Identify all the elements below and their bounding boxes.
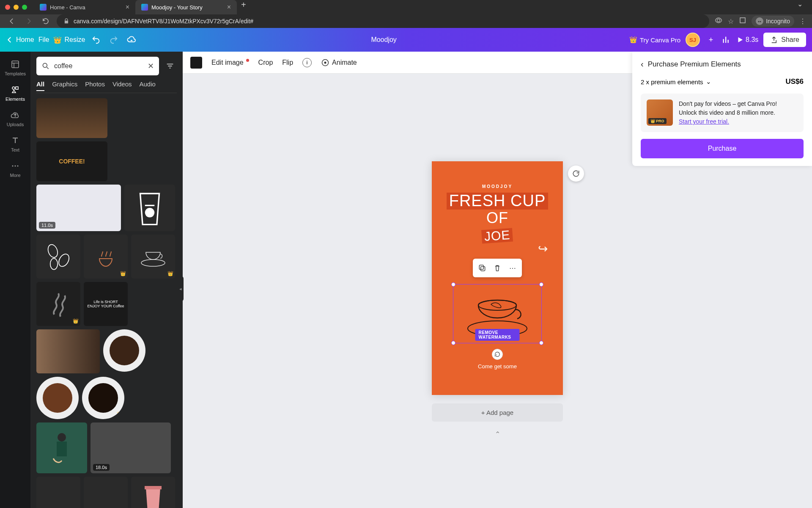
- insights-button[interactable]: [722, 35, 731, 44]
- result-steam-graphic[interactable]: 👑: [36, 282, 80, 326]
- arrow-graphic[interactable]: ↪: [538, 242, 548, 256]
- brand-text[interactable]: MOODJOY: [432, 184, 563, 189]
- try-canva-pro-button[interactable]: 👑 Try Canva Pro: [629, 36, 680, 44]
- extensions-icon[interactable]: [739, 17, 746, 26]
- url-field[interactable]: canva.com/design/DAFNVetRTV8/J1WoMZtkPXc…: [57, 14, 709, 28]
- expand-pages-button[interactable]: ⌃: [495, 430, 500, 438]
- rail-more[interactable]: More: [2, 157, 29, 181]
- tab-title: Home - Canva: [50, 4, 85, 11]
- result-cup-saucer-sketch[interactable]: 👑: [131, 235, 175, 279]
- result-latte-art-photo[interactable]: [36, 98, 107, 138]
- tab-graphics[interactable]: Graphics: [52, 80, 77, 91]
- rail-label: Text: [11, 147, 19, 152]
- result-beans-outline-dark[interactable]: [36, 477, 80, 508]
- search-input[interactable]: [54, 62, 143, 70]
- share-button[interactable]: Share: [763, 33, 806, 47]
- elements-search-field[interactable]: ✕: [36, 57, 159, 75]
- design-page[interactable]: MOODJOY FRESH CUP OF JOE ↪: [432, 161, 563, 395]
- svg-rect-16: [145, 486, 162, 489]
- reload-button[interactable]: [40, 15, 52, 27]
- svg-point-0: [758, 21, 760, 22]
- browser-menu-button[interactable]: ⋮: [799, 17, 806, 25]
- result-life-short-coffee-quote[interactable]: Life is SHORT ENJOY YOUR Coffee: [84, 282, 128, 326]
- tab-videos[interactable]: Videos: [112, 80, 132, 91]
- forward-button[interactable]: [23, 15, 35, 27]
- result-coffee-beans-outline[interactable]: [36, 235, 80, 279]
- back-button[interactable]: [6, 15, 18, 27]
- browser-address-bar: canva.com/design/DAFNVetRTV8/J1WoMZtkPXc…: [0, 14, 812, 28]
- user-avatar[interactable]: SJ: [686, 33, 700, 47]
- animate-button[interactable]: Animate: [321, 58, 357, 67]
- remove-watermarks-button[interactable]: REMOVE WATERMARKS: [475, 329, 520, 341]
- crop-button[interactable]: Crop: [258, 59, 273, 66]
- rail-text[interactable]: Text: [2, 132, 29, 156]
- purchase-premium-panel: ‹ Purchase Premium Elements 2 x premium …: [632, 52, 812, 166]
- result-espresso-machine-video[interactable]: 18.0s: [91, 422, 171, 473]
- browser-tab-home-canva[interactable]: Home - Canva ×: [34, 0, 135, 14]
- rail-elements[interactable]: Elements: [2, 81, 29, 105]
- search-filters-button[interactable]: [163, 59, 177, 73]
- result-beans-in-cup-top[interactable]: [103, 329, 145, 372]
- undo-button[interactable]: [89, 33, 103, 47]
- new-tab-button[interactable]: +: [237, 0, 250, 14]
- duplicate-button[interactable]: [475, 261, 489, 275]
- home-label: Home: [16, 36, 34, 44]
- minimize-window-button[interactable]: [14, 5, 19, 10]
- eye-icon[interactable]: [714, 16, 723, 26]
- tab-all[interactable]: All: [36, 80, 44, 91]
- result-pink-takeaway-cup[interactable]: [131, 477, 175, 508]
- tab-audio[interactable]: Audio: [140, 80, 156, 91]
- share-icon: [770, 36, 778, 44]
- selected-coffee-element[interactable]: REMOVE WATERMARKS ⋯: [453, 284, 542, 343]
- add-collaborator-button[interactable]: +: [705, 34, 717, 46]
- headline-text[interactable]: FRESH CUP OF JOE: [432, 193, 563, 243]
- result-cup-outline-dark[interactable]: [84, 477, 128, 508]
- result-takeaway-cup-outline[interactable]: [124, 185, 175, 231]
- resize-button[interactable]: 👑 Resize: [53, 36, 85, 44]
- thumb-text: COFFEE!: [59, 158, 85, 165]
- start-free-trial-link[interactable]: Start your free trial.: [679, 118, 729, 125]
- info-button[interactable]: i: [302, 58, 312, 67]
- incognito-indicator[interactable]: Incognito: [752, 16, 794, 27]
- result-coffee-beans-photo[interactable]: [36, 329, 100, 373]
- result-coffee-lettering[interactable]: COFFEE!: [36, 141, 107, 181]
- tab-photos[interactable]: Photos: [85, 80, 105, 91]
- search-results: COFFEE! 11.0s 👑 👑 👑 Life is SHORT ENJOY …: [36, 98, 177, 508]
- redo-button[interactable]: [107, 33, 121, 47]
- premium-elements-dropdown[interactable]: 2 x premium elements ⌄: [641, 78, 711, 86]
- cloud-sync-icon[interactable]: [125, 33, 138, 47]
- result-black-coffee-cup-top[interactable]: 👑: [82, 377, 124, 419]
- browser-tab-moodjoy[interactable]: Moodjoy - Your Story ×: [135, 0, 237, 14]
- close-tab-button[interactable]: ×: [227, 3, 231, 11]
- project-name[interactable]: Moodjoy: [371, 36, 396, 44]
- rotate-handle[interactable]: [492, 349, 503, 360]
- result-ground-coffee-cup-top[interactable]: [36, 377, 79, 419]
- color-swatch-button[interactable]: [190, 57, 202, 69]
- clear-search-button[interactable]: ✕: [148, 61, 154, 71]
- close-tab-button[interactable]: ×: [126, 3, 129, 11]
- result-steaming-cup-line[interactable]: 👑: [84, 235, 128, 279]
- home-button[interactable]: Home: [6, 36, 34, 44]
- tabs-dropdown-button[interactable]: ⌄: [793, 0, 807, 14]
- bookmark-star-icon[interactable]: ☆: [728, 17, 734, 25]
- back-button[interactable]: ‹: [641, 59, 644, 69]
- play-icon: [736, 36, 744, 44]
- maximize-window-button[interactable]: [22, 5, 27, 10]
- flip-button[interactable]: Flip: [282, 59, 293, 66]
- file-menu[interactable]: File: [38, 36, 49, 44]
- edit-image-button[interactable]: Edit image: [211, 59, 249, 66]
- regenerate-fab[interactable]: [568, 166, 584, 182]
- resize-label: Resize: [64, 36, 85, 44]
- more-options-button[interactable]: ⋯: [506, 261, 519, 275]
- purchase-button[interactable]: Purchase: [641, 139, 804, 158]
- add-page-button[interactable]: + Add page: [432, 403, 563, 422]
- delete-button[interactable]: [491, 261, 504, 275]
- browser-titlebar: Home - Canva × Moodjoy - Your Story × + …: [0, 0, 812, 14]
- result-person-pouring-coffee[interactable]: [36, 422, 87, 473]
- rail-uploads[interactable]: Uploads: [2, 107, 29, 130]
- cta-text[interactable]: Come get some: [432, 363, 563, 370]
- close-window-button[interactable]: [5, 5, 10, 10]
- present-button[interactable]: 8.3s: [736, 36, 758, 44]
- rail-templates[interactable]: Templates: [2, 56, 29, 80]
- result-pouring-coffee-video[interactable]: 11.0s: [36, 185, 121, 231]
